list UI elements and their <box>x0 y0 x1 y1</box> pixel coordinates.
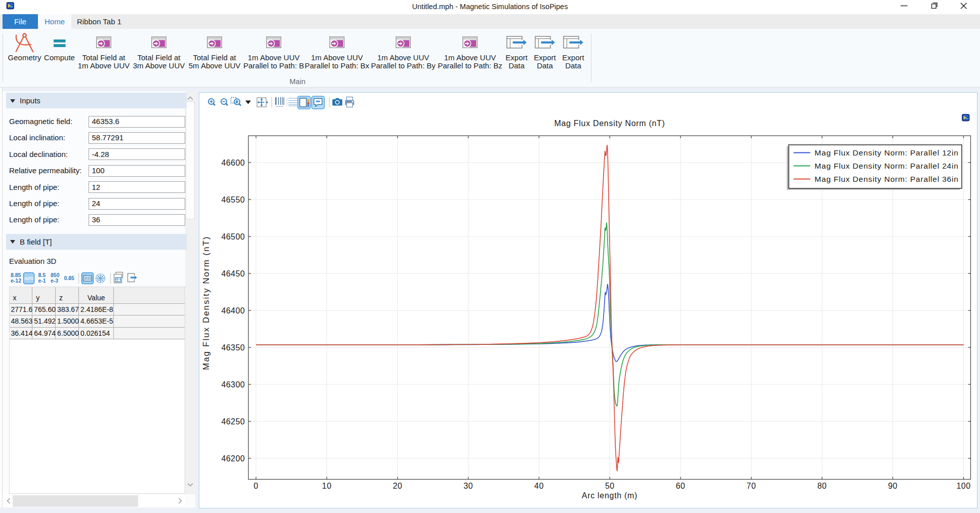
svg-text:e-12: e-12 <box>11 278 21 284</box>
svg-text:40: 40 <box>534 482 544 490</box>
svg-text:e-1: e-1 <box>38 278 46 284</box>
svg-text:Mag Flux Density Norm: Paralle: Mag Flux Density Norm: Parallel 12in <box>815 148 959 157</box>
svg-text:e-3: e-3 <box>51 278 58 284</box>
svg-text:46200: 46200 <box>222 454 245 463</box>
svg-text:70: 70 <box>747 482 756 490</box>
svg-text:Arc length (m): Arc length (m) <box>582 491 637 500</box>
svg-text:0: 0 <box>253 482 258 490</box>
svg-text:46400: 46400 <box>222 306 245 315</box>
svg-text:100: 100 <box>957 482 971 490</box>
svg-text:46250: 46250 <box>222 417 245 426</box>
svg-text:AUTO: AUTO <box>24 276 33 281</box>
svg-text:60: 60 <box>676 482 686 490</box>
svg-text:0.85: 0.85 <box>64 275 75 281</box>
svg-text:90: 90 <box>888 482 898 490</box>
svg-text:46600: 46600 <box>222 159 245 167</box>
svg-text:20: 20 <box>393 482 402 490</box>
svg-text:Mag Flux Density Norm: Paralle: Mag Flux Density Norm: Parallel 24in <box>815 162 959 170</box>
svg-text:46550: 46550 <box>222 195 245 204</box>
svg-text:Mag Flux Density Norm (nT): Mag Flux Density Norm (nT) <box>554 119 665 128</box>
svg-text:30: 30 <box>463 482 473 490</box>
svg-text:Mag Flux Density Norm (nT): Mag Flux Density Norm (nT) <box>201 235 211 370</box>
svg-text:80: 80 <box>817 482 827 490</box>
svg-text:46300: 46300 <box>222 380 245 389</box>
svg-text:46350: 46350 <box>222 343 245 352</box>
svg-text:46450: 46450 <box>222 269 245 278</box>
svg-text:10: 10 <box>322 482 332 490</box>
svg-text:Mag Flux Density Norm: Paralle: Mag Flux Density Norm: Parallel 36in <box>815 175 959 183</box>
svg-text:46500: 46500 <box>222 232 245 241</box>
svg-text:50: 50 <box>605 482 615 490</box>
